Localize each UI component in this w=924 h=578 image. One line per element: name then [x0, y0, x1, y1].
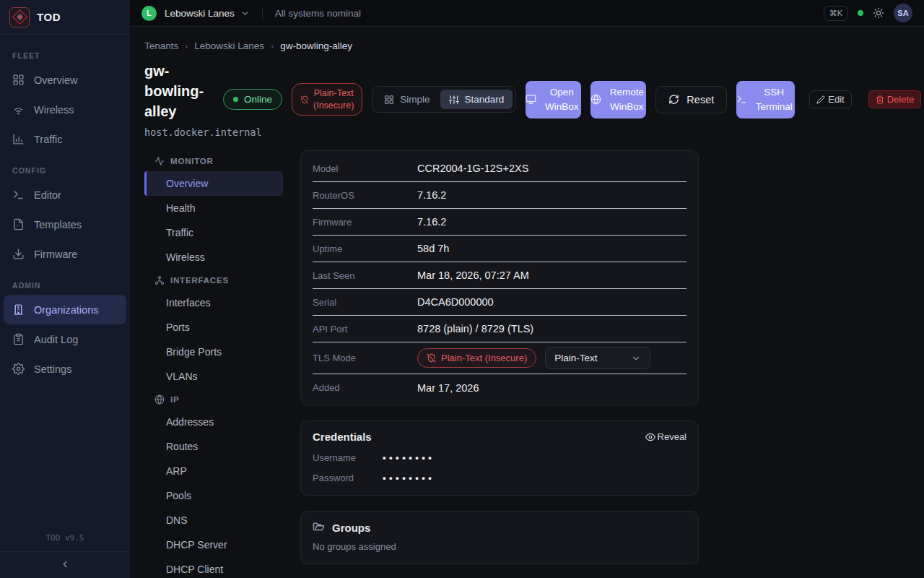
- detail-row-last-seen: Last Seen Mar 18, 2026, 07:27 AM: [313, 262, 687, 289]
- activity-icon: [154, 156, 165, 166]
- wifi-icon: [12, 103, 25, 116]
- view-simple-button[interactable]: Simple: [375, 90, 438, 109]
- bar-chart-icon: [12, 133, 25, 145]
- sun-icon: [873, 7, 884, 19]
- section-label-admin: ADMIN: [0, 275, 130, 295]
- detail-row-firmware: Firmware 7.16.2: [313, 209, 687, 236]
- subnav-item-dns[interactable]: DNS: [144, 508, 283, 532]
- detail-row-api-port: API Port 8728 (plain) / 8729 (TLS): [313, 316, 687, 342]
- sidebar-footer: TOD v9.5: [0, 526, 130, 578]
- sidebar-item-wireless[interactable]: Wireless: [0, 95, 130, 124]
- system-status-text: All systems nominal: [275, 8, 361, 19]
- chevron-down-icon[interactable]: [240, 9, 250, 18]
- subnav-section-monitor: MONITOR: [144, 150, 283, 171]
- sliders-icon: [449, 95, 459, 105]
- pencil-icon: [816, 95, 825, 104]
- subnav-item-interfaces[interactable]: Interfaces: [144, 290, 283, 315]
- breadcrumb-tenant[interactable]: Lebowski Lanes: [194, 40, 264, 51]
- breadcrumb-current: gw-bowling-alley: [280, 40, 352, 51]
- eye-icon: [645, 432, 655, 442]
- groups-empty-text: No groups assigned: [313, 541, 687, 552]
- detail-row-model: Model CCR2004-1G-12S+2XS: [313, 155, 687, 182]
- device-subnav: MONITOR Overview Health Traffic Wireless…: [144, 150, 283, 578]
- sidebar-item-label: Templates: [34, 219, 82, 230]
- subnav-item-pools[interactable]: Pools: [144, 483, 283, 508]
- remote-winbox-button[interactable]: Remote WinBox: [590, 81, 646, 118]
- security-warning-badge: Plain-Text (Insecure): [292, 83, 362, 116]
- sidebar-item-editor[interactable]: Editor: [0, 180, 130, 210]
- terminal-icon: [12, 189, 25, 201]
- sidebar-item-label: Firmware: [34, 249, 77, 260]
- tenant-switcher[interactable]: Lebowski Lanes: [165, 8, 235, 19]
- tls-mode-select[interactable]: Plain-Text: [545, 347, 650, 369]
- subnav-item-traffic[interactable]: Traffic: [144, 220, 283, 245]
- reset-button[interactable]: Reset: [655, 86, 727, 113]
- user-avatar[interactable]: SA: [894, 4, 912, 22]
- command-palette-button[interactable]: ⌘K: [824, 6, 848, 21]
- shield-off-icon: [300, 95, 309, 104]
- subnav-item-routes[interactable]: Routes: [144, 434, 283, 459]
- chevron-right-icon: ›: [185, 41, 188, 51]
- folder-icon: [313, 522, 325, 534]
- trash-icon: [876, 95, 884, 104]
- password-masked-value: ••••••••: [383, 473, 435, 483]
- main-area: L Lebowski Lanes All systems nominal ⌘K …: [130, 0, 924, 578]
- sidebar-item-settings[interactable]: Settings: [0, 354, 130, 384]
- online-status-badge: Online: [223, 89, 282, 110]
- credentials-card: Credentials Reveal Username ••••••••: [300, 420, 699, 496]
- subnav-item-ports[interactable]: Ports: [144, 315, 283, 340]
- chevron-right-icon: ›: [271, 41, 274, 51]
- detail-row-serial: Serial D4CA6D000000: [313, 289, 687, 316]
- page-content: Tenants › Lebowski Lanes › gw-bowling-al…: [130, 27, 924, 578]
- username-masked-value: ••••••••: [383, 452, 435, 463]
- view-mode-toggle: Simple Standard: [372, 86, 516, 113]
- delete-button[interactable]: Delete: [868, 90, 922, 108]
- logo-row: TOD: [0, 0, 130, 35]
- subnav-item-health[interactable]: Health: [144, 196, 283, 220]
- globe-icon: [154, 394, 165, 405]
- subnav-item-arp[interactable]: ARP: [144, 459, 283, 483]
- sidebar-item-templates[interactable]: Templates: [0, 210, 130, 239]
- terminal-prompt-icon: [736, 94, 747, 105]
- sidebar: TOD FLEET Overview Wireless Traffic: [0, 0, 130, 578]
- detail-row-routeros: RouterOS 7.16.2: [313, 182, 687, 209]
- connection-status-dot: [858, 10, 863, 16]
- sidebar-item-overview[interactable]: Overview: [0, 65, 130, 95]
- topbar-divider: [262, 7, 263, 19]
- sidebar-item-traffic[interactable]: Traffic: [0, 124, 130, 154]
- subnav-item-wireless[interactable]: Wireless: [144, 245, 283, 269]
- breadcrumb-tenants[interactable]: Tenants: [144, 40, 178, 51]
- detail-row-tls-mode: TLS Mode Plain-Text (Insecure) Plain-Tex…: [313, 342, 687, 374]
- ssh-terminal-button[interactable]: SSH Terminal: [736, 81, 795, 118]
- file-icon: [12, 218, 25, 230]
- chevron-down-icon: [631, 353, 641, 363]
- sidebar-item-firmware[interactable]: Firmware: [0, 239, 130, 269]
- shield-off-icon: [427, 353, 436, 363]
- edit-button[interactable]: Edit: [809, 90, 851, 108]
- sidebar-item-audit-log[interactable]: Audit Log: [0, 324, 130, 354]
- subnav-item-overview[interactable]: Overview: [144, 171, 283, 196]
- device-header: gw-bowling-alley host.docker.internal On…: [144, 61, 910, 138]
- sidebar-collapse-button[interactable]: [60, 559, 70, 569]
- page-title: gw-bowling-alley: [144, 61, 214, 121]
- subnav-item-addresses[interactable]: Addresses: [144, 410, 283, 434]
- subnav-item-dhcp-client[interactable]: DHCP Client: [144, 557, 283, 578]
- subnav-item-bridge-ports[interactable]: Bridge Ports: [144, 340, 283, 364]
- subnav-section-ip: IP: [144, 389, 283, 410]
- theme-toggle-button[interactable]: [873, 7, 884, 19]
- subnav-item-dhcp-server[interactable]: DHCP Server: [144, 532, 283, 557]
- view-standard-button[interactable]: Standard: [440, 90, 513, 109]
- credential-row-password: Password ••••••••: [313, 473, 687, 483]
- tenant-avatar: L: [141, 6, 157, 21]
- sidebar-item-label: Wireless: [34, 104, 74, 116]
- open-winbox-button[interactable]: Open WinBox: [526, 81, 581, 118]
- sidebar-item-organizations[interactable]: Organizations: [4, 295, 126, 324]
- detail-row-uptime: Uptime 58d 7h: [313, 236, 687, 262]
- device-panels: Model CCR2004-1G-12S+2XS RouterOS 7.16.2…: [300, 150, 699, 578]
- refresh-icon: [668, 94, 679, 105]
- monitor-icon: [526, 94, 536, 105]
- subnav-item-vlans[interactable]: VLANs: [144, 364, 283, 389]
- app-logo-icon: [9, 7, 30, 27]
- groups-title: Groups: [332, 522, 370, 534]
- reveal-credentials-button[interactable]: Reveal: [645, 431, 687, 442]
